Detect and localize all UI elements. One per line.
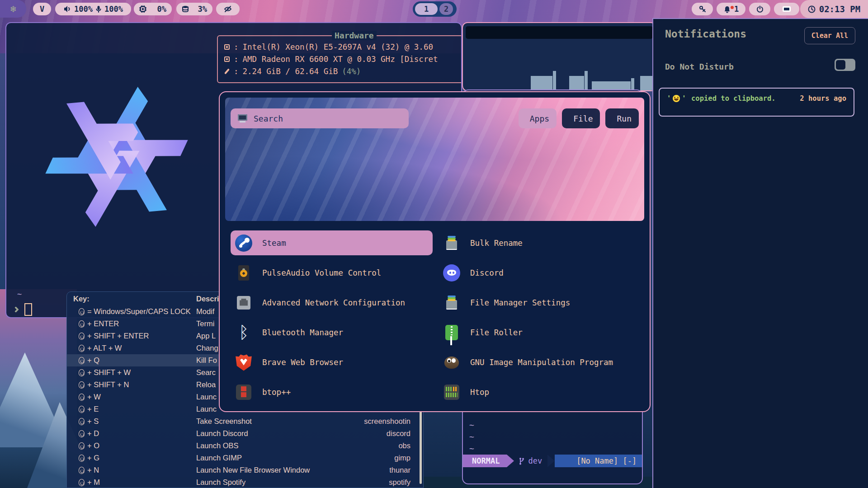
volume-value: 100%: [74, 5, 93, 14]
app-label: File Manager Settings: [470, 298, 570, 307]
memory-value: 3%: [198, 5, 207, 14]
app-item[interactable]: PulseAudio Volume Control: [231, 260, 433, 285]
app-label: Advanced Network Configuration: [262, 298, 405, 307]
tux-penguin-icon: [79, 467, 85, 474]
table-row[interactable]: + D Launch Discord discord: [67, 427, 423, 440]
eye-slash-icon: [224, 5, 232, 13]
app-item[interactable]: Bulk Rename: [439, 230, 641, 255]
workspace-2[interactable]: 2: [439, 3, 453, 15]
clock-icon: [808, 5, 816, 13]
app-item[interactable]: Htop: [439, 380, 641, 404]
mic-value: 100%: [104, 5, 123, 14]
memory-pill[interactable]: 3%: [176, 3, 212, 15]
nixos-menu-button[interactable]: ❄: [0, 0, 26, 18]
key-cell: + SHIFT + ENTER: [73, 332, 196, 340]
app-item[interactable]: Steam: [231, 230, 433, 255]
bluetooth-icon: ᛒ: [235, 324, 252, 341]
key-cell: + M: [73, 478, 196, 487]
app-item[interactable]: Advanced Network Configuration: [231, 290, 433, 315]
description-cell: Launch Spotify: [196, 478, 359, 487]
archive-zipper-icon: [443, 324, 460, 341]
tux-penguin-icon: [79, 442, 85, 450]
app-item[interactable]: File Manager Settings: [439, 290, 641, 315]
file-cabinet-icon: [443, 294, 460, 311]
table-row[interactable]: + G Launch GIMP gimp: [67, 452, 423, 464]
clear-all-button[interactable]: Clear All: [804, 27, 855, 44]
keyring-pill[interactable]: [692, 3, 713, 15]
vim-empty-lines: ~~~: [469, 419, 474, 455]
key-cell: + S: [73, 417, 196, 426]
command-cell: spotify: [359, 478, 417, 487]
tab-file[interactable]: File: [562, 108, 600, 128]
app-item[interactable]: btop++: [231, 380, 433, 404]
app-item[interactable]: ᛒ Bluetooth Manager: [231, 320, 433, 345]
notifications-pill[interactable]: 1: [717, 3, 745, 15]
shell-prompt-area: ~: [14, 290, 32, 316]
app-label: File Roller: [470, 328, 523, 337]
power-icon: [756, 5, 764, 13]
terminal-titlebar[interactable]: [466, 26, 653, 39]
ethernet-port-icon: [235, 294, 252, 311]
cpu-chip-icon: [139, 5, 146, 13]
terminal-cursor[interactable]: [24, 303, 32, 316]
speaker-icon: [235, 264, 252, 282]
tux-penguin-icon: [79, 406, 85, 413]
wallpaper-mountains: [0, 289, 77, 488]
git-branch-icon: [519, 457, 525, 465]
gimp-wilber-icon: [443, 354, 460, 371]
app-item[interactable]: GNU Image Manipulation Program: [439, 350, 641, 375]
vim-filename-segment: [No Name] [-]: [555, 455, 642, 467]
emoji-laughing-icon: [673, 95, 680, 102]
app-label: Discord: [470, 268, 504, 277]
audio-pill[interactable]: 100% 100%: [55, 3, 131, 15]
top-status-bar: ❄ V 100% 100% 0% 3%: [0, 0, 868, 18]
app-item[interactable]: File Roller: [439, 320, 641, 345]
command-cell: thunar: [359, 466, 417, 474]
cpu-value: 0%: [157, 5, 166, 14]
microphone-icon: [96, 5, 101, 13]
table-row[interactable]: + M Launch Spotify spotify: [67, 476, 423, 488]
app-item[interactable]: Discord: [439, 260, 641, 285]
tux-penguin-icon: [79, 308, 85, 315]
tab-apps[interactable]: Apps: [519, 108, 557, 128]
idle-inhibitor-pill[interactable]: [216, 3, 240, 15]
clock-widget[interactable]: 02:13 PM: [800, 0, 868, 18]
gpu-chip-icon: [224, 56, 230, 62]
tux-penguin-icon: [79, 418, 85, 425]
prompt-chevron-icon: [13, 306, 19, 313]
description-cell: Launch Discord: [196, 429, 359, 438]
app-item[interactable]: Brave Web Browser: [231, 350, 433, 375]
tux-penguin-icon: [79, 479, 85, 486]
file-cabinet-icon: [443, 235, 460, 252]
notification-item[interactable]: '' copied to clipboard. 2 hours ago: [659, 88, 854, 117]
monitor-icon: [238, 114, 247, 122]
do-not-disturb-toggle[interactable]: [835, 59, 855, 71]
git-branch-segment: dev: [514, 455, 547, 467]
discord-icon: [443, 264, 460, 282]
tab-run[interactable]: Run: [605, 108, 639, 128]
table-row[interactable]: + O Launch OBS obs: [67, 440, 423, 452]
tux-penguin-icon: [79, 320, 85, 328]
table-row[interactable]: + S Take Screenshot screenshootin: [67, 415, 423, 427]
key-cell: + SHIFT + N: [73, 380, 196, 389]
vim-mode-segment: NORMAL: [463, 455, 507, 467]
keyboard-layout-pill[interactable]: V: [33, 3, 51, 15]
cpu-pill[interactable]: 0%: [134, 3, 172, 15]
cpu-chip-icon: [224, 44, 230, 50]
tray-pill[interactable]: [774, 3, 799, 15]
notification-badge-dot: [731, 6, 734, 9]
app-label: btop++: [262, 388, 291, 397]
table-row[interactable]: + N Launch New File Browser Window thuna…: [67, 464, 423, 476]
app-label: PulseAudio Volume Control: [262, 268, 381, 277]
search-input[interactable]: Search: [231, 108, 409, 128]
workspace-1[interactable]: 1: [415, 3, 438, 15]
ascii-art-block: [531, 76, 552, 90]
toggle-knob: [836, 60, 845, 70]
tux-penguin-icon: [79, 381, 85, 389]
ascii-art-block: [592, 81, 631, 90]
vim-tilde: ~: [469, 443, 474, 455]
notifications-panel: Notifications Clear All Do Not Disturb '…: [652, 18, 868, 488]
command-cell: discord: [359, 429, 417, 438]
gpu-line: : AMD Radeon RX 6600 XT @ 0.03 GHz [Disc…: [224, 53, 462, 65]
power-pill[interactable]: [749, 3, 770, 15]
